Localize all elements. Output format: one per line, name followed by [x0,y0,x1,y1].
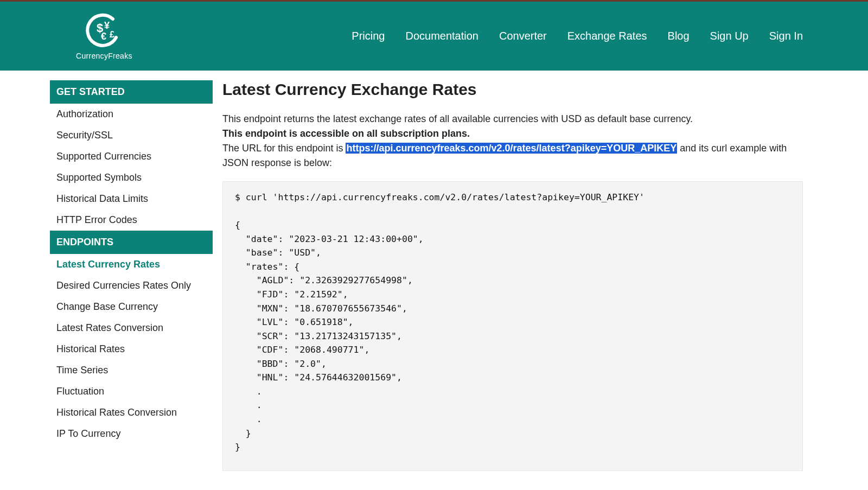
sidebar-item-fluctuation[interactable]: Fluctuation [50,381,213,402]
sidebar-item-http-error-codes[interactable]: HTTP Error Codes [50,209,213,231]
nav-sign-up[interactable]: Sign Up [710,30,749,42]
intro-text: This endpoint returns the latest exchang… [222,112,803,170]
logo-icon: $ ¥ € £ [85,12,124,49]
site-header: $ ¥ € £ CurrencyFreaks Pricing Documenta… [0,0,868,71]
nav-documentation[interactable]: Documentation [405,30,478,42]
sidebar-item-latest-rates-conversion[interactable]: Latest Rates Conversion [50,317,213,339]
sidebar-item-historical-rates-conversion[interactable]: Historical Rates Conversion [50,402,213,423]
main-nav: Pricing Documentation Converter Exchange… [352,30,803,42]
main-content: Latest Currency Exchange Rates This endp… [222,80,803,471]
svg-text:£: £ [110,30,114,39]
intro-line-2: This endpoint is accessible on all subsc… [222,128,470,139]
sidebar-item-time-series[interactable]: Time Series [50,360,213,381]
sidebar-item-ip-to-currency[interactable]: IP To Currency [50,423,213,444]
sidebar-item-desired-currencies-rates-only[interactable]: Desired Currencies Rates Only [50,275,213,296]
sidebar-header-get-started: GET STARTED [50,80,213,104]
sidebar-item-latest-currency-rates[interactable]: Latest Currency Rates [50,254,213,275]
sidebar-item-historical-data-limits[interactable]: Historical Data Limits [50,188,213,209]
sidebar-header-endpoints: ENDPOINTS [50,231,213,254]
sidebar-item-supported-symbols[interactable]: Supported Symbols [50,167,213,188]
intro-line-3a: The URL for this endpoint is [222,143,346,154]
nav-pricing[interactable]: Pricing [352,30,385,42]
nav-sign-in[interactable]: Sign In [769,30,803,42]
sidebar: GET STARTED Authorization Security/SSL S… [50,80,213,471]
code-example: $ curl 'https://api.currencyfreaks.com/v… [222,181,803,471]
nav-converter[interactable]: Converter [499,30,547,42]
brand-logo[interactable]: $ ¥ € £ CurrencyFreaks [76,12,132,60]
nav-blog[interactable]: Blog [668,30,690,42]
sidebar-item-historical-rates[interactable]: Historical Rates [50,339,213,360]
sidebar-item-security-ssl[interactable]: Security/SSL [50,125,213,146]
page-title: Latest Currency Exchange Rates [222,80,803,99]
page-body: GET STARTED Authorization Security/SSL S… [0,71,868,490]
sidebar-item-supported-currencies[interactable]: Supported Currencies [50,146,213,167]
sidebar-item-authorization[interactable]: Authorization [50,104,213,125]
endpoint-url: https://api.currencyfreaks.com/v2.0/rate… [346,143,677,154]
nav-exchange-rates[interactable]: Exchange Rates [567,30,647,42]
sidebar-item-change-base-currency[interactable]: Change Base Currency [50,296,213,317]
svg-text:€: € [101,31,106,42]
intro-line-1: This endpoint returns the latest exchang… [222,113,693,124]
brand-name: CurrencyFreaks [76,52,132,60]
svg-text:¥: ¥ [104,20,110,31]
